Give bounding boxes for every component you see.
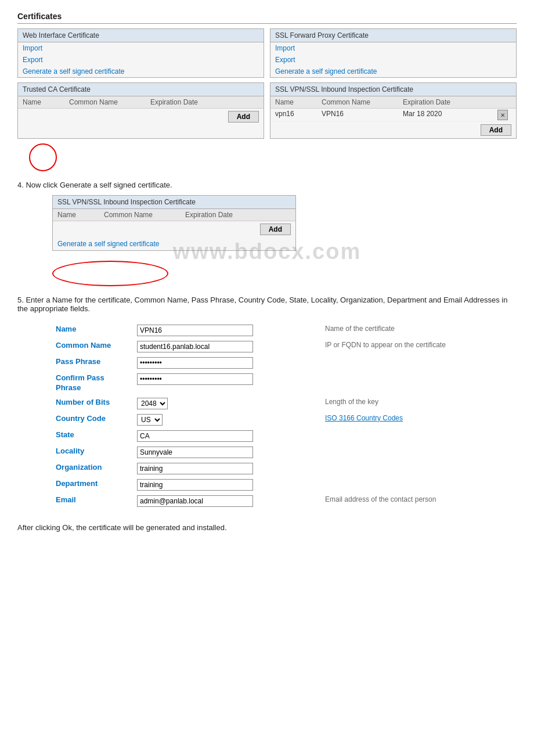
ssl-inbound-row-common: VPN16 xyxy=(322,110,403,120)
form-row-organization: Organization xyxy=(52,460,517,477)
ssl-inbound-top-col-common: Common Name xyxy=(322,98,403,106)
form-table: Name Name of the certificate Common Name… xyxy=(52,322,517,509)
form-row-common-name: Common Name IP or FQDN to appear on the … xyxy=(52,339,517,355)
web-interface-cert-box: Web Interface Certificate Import Export … xyxy=(17,28,264,78)
web-cert-generate[interactable]: Generate a self signed certificate xyxy=(18,66,264,77)
ssl-inbound-top-row: vpn16 VPN16 Mar 18 2020 ✕ xyxy=(270,109,516,122)
ssl-inbound-step4-col-name: Name xyxy=(57,211,104,219)
form-input-locality[interactable] xyxy=(137,447,253,458)
ssl-inbound-step4-add-button[interactable]: Add xyxy=(260,224,291,235)
ssl-inbound-top-col-name: Name xyxy=(275,98,322,106)
trusted-ca-add-row: Add xyxy=(18,109,264,125)
form-input-department[interactable] xyxy=(137,479,253,491)
form-label-pass-phrase: Pass Phrase xyxy=(52,355,134,371)
form-select-num-bits[interactable]: 1024 2048 xyxy=(137,398,168,409)
ssl-inbound-top-box: SSL VPN/SSL Inbound Inspection Certifica… xyxy=(270,82,517,139)
form-row-locality: Locality xyxy=(52,444,517,460)
ssl-forward-import[interactable]: Import xyxy=(270,42,516,54)
form-row-num-bits: Number of Bits 1024 2048 Length of the k… xyxy=(52,395,517,412)
ssl-inbound-step4-box: SSL VPN/SSL Inbound Inspection Certifica… xyxy=(52,195,296,251)
ssl-inbound-generate-link[interactable]: Generate a self signed certificate xyxy=(53,237,295,250)
trusted-ca-box: Trusted CA Certificate Name Common Name … xyxy=(17,82,264,139)
form-select-country-code[interactable]: US CA GB xyxy=(137,414,163,426)
form-input-name[interactable] xyxy=(137,325,253,336)
ssl-forward-cert-box: SSL Forward Proxy Certificate Import Exp… xyxy=(270,28,517,78)
ssl-inbound-row-expiry: Mar 18 2020 xyxy=(403,110,497,120)
form-label-locality: Locality xyxy=(52,444,134,460)
ssl-forward-cert-header: SSL Forward Proxy Certificate xyxy=(270,29,516,42)
section-title: Certificates xyxy=(17,12,517,24)
form-hint-name: Name of the certificate xyxy=(322,322,517,339)
certificate-form: Name Name of the certificate Common Name… xyxy=(52,322,517,509)
form-row-confirm-pass: Confirm PassPhrase xyxy=(52,371,517,395)
web-cert-header: Web Interface Certificate xyxy=(18,29,264,42)
trusted-ca-col-name: Name xyxy=(23,98,69,106)
form-row-name: Name Name of the certificate xyxy=(52,322,517,339)
form-input-organization[interactable] xyxy=(137,463,253,474)
web-cert-export[interactable]: Export xyxy=(18,54,264,66)
ssl-forward-generate[interactable]: Generate a self signed certificate xyxy=(270,66,516,77)
step5-text: 5. Enter a Name for the certificate, Com… xyxy=(17,296,517,313)
ssl-inbound-top-col-expiry: Expiration Date xyxy=(403,98,497,106)
form-label-common-name: Common Name xyxy=(52,339,134,355)
form-input-pass-phrase[interactable] xyxy=(137,357,253,369)
ssl-inbound-step4-add-row: Add xyxy=(53,221,295,237)
step4-text: 4. Now click Generate a self signed cert… xyxy=(17,181,517,189)
form-hint-country-codes-link[interactable]: ISO 3166 Country Codes xyxy=(322,412,517,428)
ssl-inbound-top-col-headers: Name Common Name Expiration Date xyxy=(270,96,516,109)
form-input-confirm-pass[interactable] xyxy=(137,373,253,385)
ssl-inbound-step4-header: SSL VPN/SSL Inbound Inspection Certifica… xyxy=(53,196,295,209)
form-label-email: Email xyxy=(52,493,134,509)
trusted-ca-header: Trusted CA Certificate xyxy=(18,83,264,96)
ssl-inbound-top-add-button[interactable]: Add xyxy=(481,124,511,136)
trusted-ca-col-expiry: Expiration Date xyxy=(150,98,259,106)
form-label-name: Name xyxy=(52,322,134,339)
trusted-ca-col-common: Common Name xyxy=(69,98,150,106)
ssl-inbound-step4-col-expiry: Expiration Date xyxy=(185,211,291,219)
form-label-confirm-pass: Confirm PassPhrase xyxy=(52,371,134,395)
after-text: After clicking Ok, the certificate will … xyxy=(17,523,517,532)
form-input-common-name[interactable] xyxy=(137,341,253,352)
form-row-country-code: Country Code US CA GB ISO 3166 Country C… xyxy=(52,412,517,428)
form-row-pass-phrase: Pass Phrase xyxy=(52,355,517,371)
trusted-ca-col-headers: Name Common Name Expiration Date xyxy=(18,96,264,109)
ssl-inbound-top-header: SSL VPN/SSL Inbound Inspection Certifica… xyxy=(270,83,516,96)
form-row-state: State xyxy=(52,428,517,444)
form-hint-email: Email address of the contact person xyxy=(322,493,517,509)
ssl-inbound-top-add-row: Add xyxy=(270,122,516,138)
ssl-inbound-step4-col-headers: Name Common Name Expiration Date xyxy=(53,209,295,221)
form-row-department: Department xyxy=(52,477,517,493)
web-cert-import[interactable]: Import xyxy=(18,42,264,54)
form-hint-num-bits: Length of the key xyxy=(322,395,517,412)
trusted-ca-add-button[interactable]: Add xyxy=(228,111,259,123)
form-input-state[interactable] xyxy=(137,430,253,442)
form-row-email: Email Email address of the contact perso… xyxy=(52,493,517,509)
ssl-inbound-row-name: vpn16 xyxy=(275,110,322,120)
form-label-state: State xyxy=(52,428,134,444)
form-label-organization: Organization xyxy=(52,460,134,477)
form-label-num-bits: Number of Bits xyxy=(52,395,134,412)
form-label-country-code: Country Code xyxy=(52,412,134,428)
form-input-email[interactable] xyxy=(137,495,253,507)
ssl-inbound-row-delete[interactable]: ✕ xyxy=(497,110,508,120)
ssl-inbound-step4-col-common: Common Name xyxy=(104,211,185,219)
ssl-forward-export[interactable]: Export xyxy=(270,54,516,66)
form-label-department: Department xyxy=(52,477,134,493)
oval-annotation xyxy=(52,261,168,286)
form-hint-common-name: IP or FQDN to appear on the certificate xyxy=(322,339,517,355)
circle-annotation xyxy=(29,143,57,171)
